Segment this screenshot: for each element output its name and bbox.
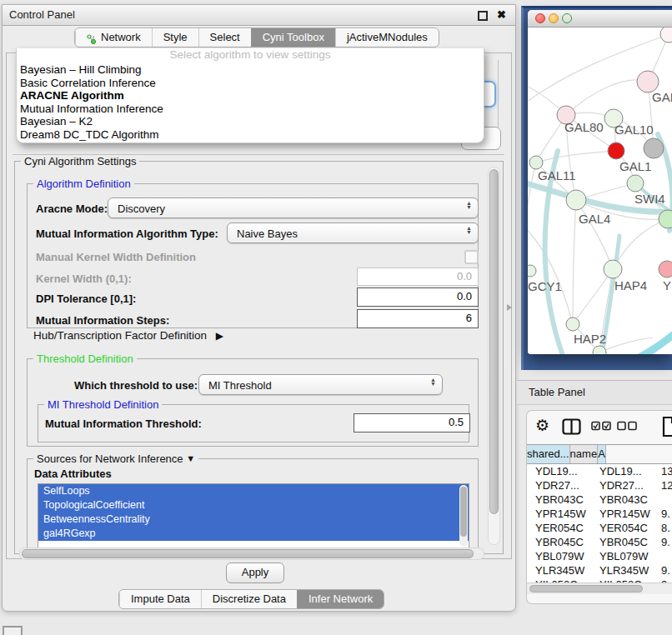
- network-node-label: GAL11: [538, 168, 576, 182]
- mi-threshold-field[interactable]: 0.5: [354, 413, 470, 432]
- table-rows: YDL19... YDL19... 13 YDR27... YDR27... 1…: [527, 464, 672, 582]
- apply-button[interactable]: Apply: [226, 562, 284, 583]
- network-node[interactable]: [566, 190, 586, 210]
- network-node[interactable]: [529, 156, 543, 169]
- tab[interactable]: Select: [198, 28, 251, 47]
- expander-arrow-icon: ▶: [216, 330, 223, 342]
- table-row[interactable]: YBL079W YBL079W: [527, 549, 672, 563]
- network-node[interactable]: [528, 265, 536, 277]
- close-traffic-light[interactable]: [535, 13, 545, 23]
- tab-label: Infer Network: [308, 590, 373, 608]
- dropdown-item[interactable]: Bayesian – K2: [17, 115, 484, 128]
- settings-horizontal-scrollbar[interactable]: [19, 548, 484, 560]
- sources-group-title[interactable]: Sources for Network Inference ▼: [33, 452, 198, 465]
- network-canvas[interactable]: GALGAL80GAL10GAL11GAL1SWI4GAL4GCY1HAP4YH…: [528, 28, 672, 354]
- network-node[interactable]: [660, 28, 672, 42]
- mi-type-combobox[interactable]: Naive Bayes ▲▼: [227, 222, 479, 243]
- node-table-card: ⚙︎: [526, 410, 672, 604]
- zoom-traffic-light[interactable]: [562, 13, 572, 23]
- list-vertical-scrollbar[interactable]: [459, 485, 468, 547]
- tab[interactable]: jActiveMNodules: [335, 28, 439, 47]
- column-header[interactable]: A: [598, 445, 606, 463]
- data-attributes-listbox: SelfLoops TopologicalCoefficient Between…: [38, 483, 469, 549]
- network-node[interactable]: [608, 142, 624, 159]
- tab[interactable]: Cyni Toolbox: [251, 28, 335, 47]
- import-table-icon[interactable]: [662, 416, 672, 440]
- attribute-list-item[interactable]: BetweennessCentrality: [38, 512, 469, 527]
- table-row[interactable]: YLR345W YLR345W 9.: [527, 563, 672, 578]
- cell-value: 9.: [654, 535, 672, 549]
- cell-name: YBR043C: [591, 492, 654, 507]
- scrollbar-thumb[interactable]: [460, 487, 467, 537]
- dpi-tolerance-field[interactable]: 0.0: [357, 288, 479, 307]
- table-row[interactable]: YER054C YER054C 8.: [527, 521, 672, 535]
- cell-shared-name: YER054C: [527, 521, 591, 535]
- column-header[interactable]: shared...: [527, 445, 570, 463]
- which-threshold-combobox[interactable]: MI Threshold ▲▼: [198, 374, 443, 395]
- cell-name: YLR345W: [591, 563, 654, 578]
- cell-value: 9.: [654, 507, 672, 521]
- select-all-checkboxes-icon[interactable]: [591, 421, 612, 433]
- network-node[interactable]: [659, 261, 672, 278]
- tab[interactable]: Network: [75, 28, 152, 47]
- minimized-panel-button[interactable]: [3, 626, 23, 635]
- float-window-icon[interactable]: [478, 11, 488, 21]
- network-node-label: SWI4: [634, 192, 665, 206]
- table-horizontal-scrollbar[interactable]: [527, 582, 672, 594]
- attribute-list-item[interactable]: SelfLoops: [38, 484, 469, 498]
- gear-icon[interactable]: ⚙︎: [535, 418, 549, 434]
- tab[interactable]: Impute Data: [119, 590, 201, 608]
- attribute-list-item[interactable]: TopologicalCoefficient: [38, 498, 469, 512]
- table-row[interactable]: YPR145W YPR145W 9.: [527, 507, 672, 521]
- dropdown-item[interactable]: ARACNE Algorithm: [17, 89, 484, 102]
- settings-vertical-scrollbar[interactable]: [488, 167, 500, 545]
- table-row[interactable]: YDR27... YDR27... 12: [527, 478, 672, 492]
- tab[interactable]: Discretize Data: [201, 590, 297, 608]
- table-row[interactable]: YBR045C YBR045C 9.: [527, 535, 672, 549]
- table-toolbar: ⚙︎: [527, 411, 672, 444]
- close-icon[interactable]: ✖: [497, 8, 506, 21]
- network-node[interactable]: [604, 260, 622, 278]
- mi-type-label: Mutual Information Algorithm Type:: [36, 228, 218, 240]
- network-node[interactable]: [644, 138, 664, 158]
- network-node-label: GCY1: [528, 279, 562, 293]
- tab[interactable]: Style: [152, 28, 198, 47]
- combo-spinner-icon: ▲▼: [466, 226, 472, 234]
- data-attributes-label: Data Attributes: [34, 468, 112, 480]
- table-row[interactable]: YDL19... YDL19... 13: [527, 464, 672, 478]
- cyni-algorithm-settings-group: Cyni Algorithm Settings Algorithm Defini…: [14, 161, 504, 554]
- dropdown-item[interactable]: Basic Correlation Inference: [17, 77, 484, 90]
- splitter-handle[interactable]: [507, 304, 512, 311]
- cell-shared-name: YDR27...: [527, 478, 591, 492]
- dropdown-item[interactable]: Dream8 DC_TDC Algorithm: [17, 128, 484, 142]
- network-window-titlebar[interactable]: [528, 10, 672, 28]
- tab[interactable]: Infer Network: [297, 590, 384, 608]
- network-node-label: GAL1: [619, 159, 651, 173]
- scrollbar-thumb[interactable]: [22, 549, 474, 558]
- attribute-list-item[interactable]: gal4RGexp: [38, 527, 469, 541]
- dropdown-item[interactable]: Mutual Information Inference: [17, 102, 484, 116]
- network-node[interactable]: [566, 318, 579, 331]
- network-node[interactable]: [627, 175, 644, 192]
- collapse-arrow-icon: ▼: [186, 453, 195, 463]
- mi-steps-field[interactable]: 6: [357, 309, 479, 328]
- dropdown-item[interactable]: Bayesian – Hill Climbing: [17, 63, 484, 77]
- hidden-group-border: [13, 154, 504, 155]
- scrollbar-thumb[interactable]: [529, 585, 643, 592]
- tab-label: Select: [210, 28, 240, 47]
- scrollbar-thumb[interactable]: [489, 169, 499, 514]
- sources-title-text: Sources for Network Inference: [37, 452, 183, 465]
- cell-name: YPR145W: [591, 507, 654, 521]
- column-header[interactable]: name: [570, 445, 599, 463]
- aracne-mode-combobox[interactable]: Discovery ▲▼: [108, 198, 479, 218]
- manual-kernel-label: Manual Kernel Width Definition: [36, 251, 196, 263]
- clear-checkboxes-icon[interactable]: [617, 421, 638, 433]
- hub-factor-expander[interactable]: Hub/Transcription Factor Definition ▶: [33, 329, 223, 342]
- column-view-icon[interactable]: [562, 418, 581, 438]
- minimize-traffic-light[interactable]: [549, 13, 559, 23]
- network-node-label: HAP4: [614, 278, 647, 292]
- table-header-row: shared... name A: [527, 444, 672, 464]
- manual-kernel-checkbox: [464, 250, 479, 264]
- table-row[interactable]: YBR043C YBR043C: [527, 492, 672, 507]
- tab-label: Network: [101, 28, 141, 47]
